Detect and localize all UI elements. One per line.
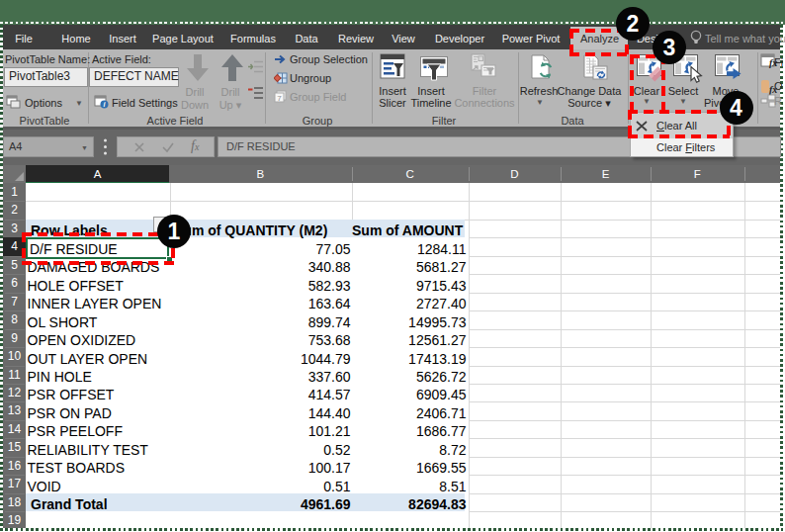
svg-text:7: 7 (277, 94, 282, 103)
